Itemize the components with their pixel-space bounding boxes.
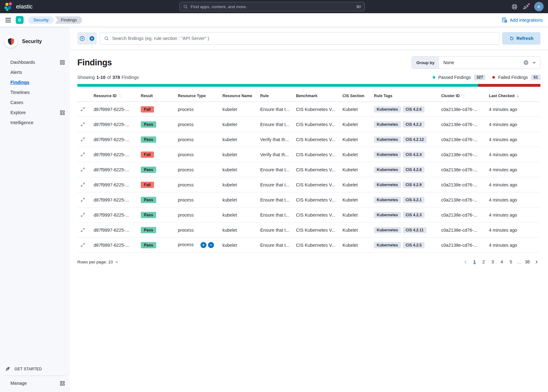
expand-row-button[interactable] bbox=[80, 212, 86, 218]
rocket-icon bbox=[5, 366, 10, 372]
resource-type-value: process bbox=[178, 167, 194, 172]
result-badge: Pass bbox=[141, 197, 156, 203]
expand-row-button[interactable] bbox=[80, 167, 86, 173]
search-shortcut-hint: ⌘/ bbox=[356, 4, 361, 9]
sort-desc-icon bbox=[516, 94, 520, 98]
help-icon[interactable] bbox=[512, 4, 518, 10]
page-button-3[interactable]: 3 bbox=[489, 258, 497, 266]
expand-row-button[interactable] bbox=[80, 106, 86, 112]
global-search-input[interactable]: Find apps, content, and more. ⌘/ bbox=[179, 2, 365, 11]
expand-row-button[interactable] bbox=[80, 227, 86, 233]
sidebar-item-findings[interactable]: Findings bbox=[0, 77, 70, 87]
rule-cell: Verify that th... bbox=[258, 147, 293, 162]
sidebar-item-label: Timelines bbox=[10, 90, 30, 95]
refresh-button[interactable]: Refresh bbox=[502, 32, 540, 45]
add-filter-icon[interactable] bbox=[87, 32, 97, 45]
table-row: d87f9997-6225-...PassprocesskubeletEnsur… bbox=[77, 117, 540, 132]
rule-cell: Ensure that t... bbox=[258, 102, 293, 117]
expand-row-button[interactable] bbox=[80, 182, 86, 188]
findings-legend: Passed Findings 327 Failed Findings 51 bbox=[433, 75, 540, 80]
filter-out-value-button[interactable] bbox=[208, 242, 214, 248]
sidebar-item-timelines[interactable]: Timelines bbox=[0, 87, 70, 97]
sortable-icon bbox=[118, 94, 122, 98]
sidebar-item-dashboards[interactable]: Dashboards bbox=[0, 57, 70, 67]
rule-tags-cell: KubernetesCIS 4.2.2 bbox=[371, 117, 439, 132]
result-cell: Pass bbox=[138, 223, 175, 238]
rule-tag-badge: CIS 4.2.3 bbox=[403, 212, 425, 218]
group-by-select[interactable]: Group by None bbox=[412, 56, 540, 69]
sidebar-item-manage[interactable]: Manage bbox=[0, 376, 70, 388]
apps-grid-icon[interactable] bbox=[60, 60, 65, 65]
next-page-button[interactable] bbox=[532, 258, 540, 266]
column-header-benchmark[interactable]: Benchmark bbox=[293, 91, 340, 102]
expand-row-button[interactable] bbox=[80, 152, 86, 157]
result-badge: Pass bbox=[141, 136, 156, 143]
filter-icon[interactable] bbox=[77, 32, 87, 45]
result-badge: Pass bbox=[141, 167, 156, 173]
column-header-cluster-id[interactable]: Cluster ID bbox=[439, 91, 486, 102]
column-header-inner: Rule Tags bbox=[374, 94, 392, 98]
column-header-cis-section[interactable]: CIS Section bbox=[340, 91, 371, 102]
column-header-resource-id[interactable]: Resource ID bbox=[91, 91, 138, 102]
page-button-4[interactable]: 4 bbox=[498, 258, 506, 266]
rule-tag-badge: Kubernetes bbox=[374, 197, 401, 203]
rows-per-page-select[interactable]: Rows per page: 10 bbox=[77, 260, 118, 264]
chevron-down-icon[interactable] bbox=[532, 60, 536, 65]
page-button-1[interactable]: 1 bbox=[470, 258, 479, 266]
apps-grid-icon[interactable] bbox=[60, 381, 65, 386]
user-avatar[interactable]: e bbox=[534, 2, 544, 11]
cluster-id-cell: c0a2138e-cd76-... bbox=[439, 192, 486, 207]
expand-row-button[interactable] bbox=[80, 136, 86, 142]
news-feed-icon[interactable] bbox=[523, 4, 529, 10]
page-button-5[interactable]: 5 bbox=[507, 258, 515, 266]
page-button-2[interactable]: 2 bbox=[480, 258, 488, 266]
elastic-logo[interactable]: elastic bbox=[4, 2, 32, 11]
apps-grid-icon[interactable] bbox=[60, 110, 65, 115]
sidebar-item-alerts[interactable]: Alerts bbox=[0, 67, 70, 77]
results-count: Showing1-10of378Findings bbox=[77, 75, 139, 80]
column-header-rule-tags[interactable]: Rule Tags bbox=[371, 91, 439, 102]
column-header-inner: Last Checked bbox=[489, 94, 520, 98]
column-header-last-checked[interactable]: Last Checked bbox=[486, 91, 540, 102]
resource-name-cell: kubelet bbox=[220, 162, 258, 177]
filter-button-group bbox=[77, 32, 97, 45]
elastic-logo-icon bbox=[4, 2, 13, 11]
column-header-resource-type[interactable]: Resource Type bbox=[175, 91, 220, 102]
column-header-resource-name[interactable]: Resource Name bbox=[220, 91, 258, 102]
result-cell: Pass bbox=[138, 238, 175, 253]
breadcrumb-security[interactable]: Security bbox=[28, 16, 54, 24]
apps-grid-icon[interactable] bbox=[60, 110, 65, 115]
rule-tags-cell: KubernetesCIS 4.2.11 bbox=[371, 223, 439, 238]
last-checked-cell: 4 minutes ago bbox=[486, 132, 540, 147]
column-header-rule[interactable]: Rule bbox=[258, 91, 293, 102]
filter-for-value-button[interactable] bbox=[200, 242, 206, 248]
sidebar-item-cases[interactable]: Cases bbox=[0, 97, 70, 108]
failed-dot-icon bbox=[492, 76, 495, 79]
rule-cell: Ensure that t... bbox=[258, 223, 293, 238]
sidebar-item-explore[interactable]: Explore bbox=[0, 108, 70, 118]
menu-icon[interactable] bbox=[5, 18, 11, 22]
resource-id-cell: d87f9997-6225-... bbox=[91, 177, 138, 192]
column-header-result[interactable]: Result bbox=[138, 91, 175, 102]
pass-fail-distribution-bar bbox=[77, 84, 540, 87]
apps-grid-icon[interactable] bbox=[60, 60, 65, 65]
cis-section-cell: Kubelet bbox=[340, 117, 371, 132]
expand-row-button[interactable] bbox=[80, 121, 86, 127]
sidebar-item-get-started[interactable]: GET STARTED bbox=[0, 363, 70, 376]
page-title: Findings bbox=[77, 58, 112, 68]
last-checked-cell: 4 minutes ago bbox=[486, 207, 540, 223]
filter-out-icon bbox=[208, 242, 214, 248]
space-badge[interactable]: D bbox=[16, 16, 24, 24]
clear-selection-icon[interactable] bbox=[523, 60, 529, 65]
passed-bar-segment bbox=[77, 84, 478, 87]
findings-search-input[interactable]: Search findings (eg. rule.section : "API… bbox=[100, 32, 499, 45]
expand-row-button[interactable] bbox=[80, 242, 86, 248]
previous-page-button[interactable] bbox=[461, 258, 469, 266]
passed-dot-icon bbox=[433, 76, 435, 79]
page-button-38[interactable]: 38 bbox=[523, 258, 531, 266]
sidebar-item-intelligence[interactable]: Intelligence bbox=[0, 118, 70, 128]
add-integrations-button[interactable]: Add integrations bbox=[502, 17, 543, 23]
cis-section-cell: Kubelet bbox=[340, 223, 371, 238]
rule-tag-badge: CIS 4.2.9 bbox=[403, 182, 425, 188]
expand-row-button[interactable] bbox=[80, 197, 86, 203]
